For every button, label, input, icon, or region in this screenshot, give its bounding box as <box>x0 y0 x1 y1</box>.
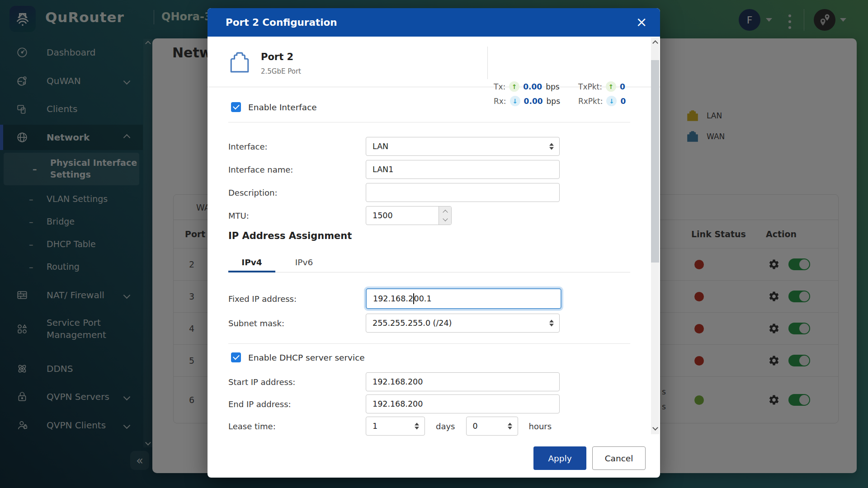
fixed-ip-row: Fixed IP address: 192.168.200.1 <box>228 288 561 309</box>
subnet-mask-row: Subnet mask: 255.255.255.0 (/24) <box>228 314 560 333</box>
tab-ipv6[interactable]: IPv6 <box>283 254 326 272</box>
enable-interface-label: Enable Interface <box>248 103 317 112</box>
up-arrow-icon: ↑ <box>606 81 616 92</box>
enable-interface-row: Enable Interface <box>231 102 317 112</box>
port-type: 2.5GbE Port <box>261 67 301 75</box>
down-arrow-icon: ↓ <box>606 96 617 106</box>
ip-version-tabs: IPv4 IPv6 <box>228 254 630 272</box>
tx-stat: Tx: ↑ 0.00 bps <box>494 81 560 92</box>
section-divider <box>228 122 630 122</box>
description-label: Description: <box>228 188 366 197</box>
lease-days-select[interactable]: 1 <box>366 417 425 436</box>
fixed-ip-label: Fixed IP address: <box>228 294 366 304</box>
info-divider <box>487 47 488 79</box>
start-ip-row: Start IP address: <box>228 372 560 391</box>
select-arrows-icon <box>508 423 512 430</box>
select-arrows-icon <box>549 320 554 327</box>
fixed-ip-input[interactable]: 192.168.200.1 <box>366 288 561 309</box>
interface-name-label: Interface name: <box>228 165 366 174</box>
days-unit-label: days <box>436 422 455 431</box>
mtu-label: MTU: <box>228 211 366 221</box>
section-divider <box>228 343 630 344</box>
tab-ipv4[interactable]: IPv4 <box>228 254 275 272</box>
lease-time-row: Lease time: 1 days 0 hours <box>228 417 562 436</box>
subnet-mask-select[interactable]: 255.255.255.0 (/24) <box>366 314 560 333</box>
description-row: Description: <box>228 183 560 202</box>
description-input[interactable] <box>366 183 560 202</box>
scrollbar-thumb[interactable] <box>651 60 659 263</box>
lease-hours-select[interactable]: 0 <box>466 417 518 436</box>
start-ip-label: Start IP address: <box>228 377 366 387</box>
stepper-arrows-icon[interactable] <box>439 206 451 225</box>
enable-dhcp-label: Enable DHCP server service <box>248 353 365 362</box>
end-ip-input[interactable] <box>366 394 560 413</box>
port-configuration-modal: Port 2 Configuration × Port 2 2.5GbE Por… <box>208 8 660 478</box>
interface-label: Interface: <box>228 142 366 151</box>
ethernet-port-icon <box>228 52 251 73</box>
enable-interface-checkbox[interactable] <box>231 102 241 112</box>
end-ip-row: End IP address: <box>228 394 560 413</box>
close-icon[interactable]: × <box>633 14 650 31</box>
subnet-mask-label: Subnet mask: <box>228 319 366 328</box>
enable-dhcp-checkbox[interactable] <box>231 352 241 362</box>
end-ip-label: End IP address: <box>228 399 366 409</box>
select-arrows-icon <box>415 423 419 430</box>
interface-name-input[interactable] <box>366 160 560 179</box>
modal-header: Port 2 Configuration × <box>208 8 660 37</box>
select-arrows-icon <box>549 143 554 150</box>
ip-assignment-title: IP Address Assignment <box>228 230 352 241</box>
port-name: Port 2 <box>261 52 293 62</box>
hours-unit-label: hours <box>529 422 552 431</box>
mtu-row: MTU: 1500 <box>228 206 452 225</box>
mtu-stepper[interactable]: 1500 <box>366 206 452 225</box>
down-arrow-icon: ↓ <box>510 96 520 106</box>
start-ip-input[interactable] <box>366 372 560 391</box>
interface-name-row: Interface name: <box>228 160 560 179</box>
apply-button[interactable]: Apply <box>533 446 586 470</box>
scroll-down-icon[interactable] <box>652 425 658 431</box>
port-info-bar: Port 2 2.5GbE Port Tx: ↑ 0.00 bps Rx: ↓ … <box>208 37 660 87</box>
txpkt-stat: TxPkt: ↑ 0 <box>578 81 625 92</box>
lease-time-label: Lease time: <box>228 422 366 431</box>
modal-scrollbar[interactable] <box>651 38 659 434</box>
modal-title: Port 2 Configuration <box>226 8 337 37</box>
rx-stat: Rx: ↓ 0.00 bps <box>494 96 560 106</box>
cancel-button[interactable]: Cancel <box>592 446 646 470</box>
enable-dhcp-row: Enable DHCP server service <box>231 352 365 362</box>
rxpkt-stat: RxPkt: ↓ 0 <box>578 96 626 106</box>
interface-select[interactable]: LAN <box>366 137 560 156</box>
scroll-up-icon[interactable] <box>652 40 658 46</box>
interface-row: Interface: LAN <box>228 137 560 156</box>
up-arrow-icon: ↑ <box>509 81 519 92</box>
